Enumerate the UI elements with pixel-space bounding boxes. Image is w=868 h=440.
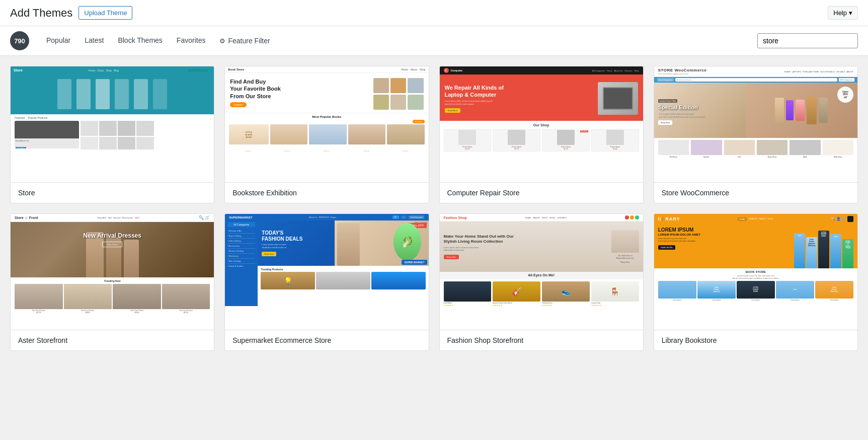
theme-name-library: Library Bookstore (654, 330, 857, 350)
theme-count-badge: 790 (10, 31, 29, 50)
theme-preview-fashion: Fashion Shop HOME PAGES SHOP BLOG CONTAC… (440, 214, 643, 330)
tab-latest[interactable]: Latest (77, 32, 111, 49)
theme-name-fashion: Fashion Shop Storefront (440, 330, 643, 350)
help-button[interactable]: Help ▾ (828, 6, 858, 20)
upload-theme-button[interactable]: Upload Theme (78, 6, 132, 20)
top-bar: Add Themes Upload Theme Help ▾ (0, 0, 868, 26)
theme-preview-woocommerce: STORE WooCommerce Your marvellous taglin… (654, 66, 857, 182)
themes-grid: Store HomeAboutShopBlog Featured Popula (0, 56, 868, 361)
theme-name-bookstore: Bookstore Exhibition (225, 182, 428, 203)
theme-card-aster[interactable]: Store 🛒 Front Shop All ▾ Tops Bottoms Ac… (10, 213, 214, 351)
help-label: Help (833, 9, 847, 17)
theme-card-computer[interactable]: C Computer All Categories Home About Us … (439, 66, 644, 203)
theme-card-library[interactable]: liBRARY HOME CATALOG PAGES SHOP 🔍 👤 🛒 (654, 213, 858, 351)
theme-preview-aster: Store 🛒 Front Shop All ▾ Tops Bottoms Ac… (11, 214, 214, 330)
theme-name-woocommerce: Store WooCommerce (654, 182, 857, 203)
theme-name-store: Store (11, 182, 214, 203)
tab-favorites[interactable]: Favorites (170, 32, 213, 49)
feature-filter-label: Feature Filter (228, 37, 270, 45)
search-box (757, 33, 858, 48)
theme-card-supermarket[interactable]: SUPERMARKET About Us SERVICES Pages 🔍 🐦 … (224, 213, 429, 351)
theme-preview-bookstore: Book Store Home About Shop Find And BuyY… (225, 66, 428, 182)
tab-block-themes[interactable]: Block Themes (111, 32, 169, 49)
theme-name-computer: Computer Repair Store (440, 182, 643, 203)
feature-filter[interactable]: ⚙ Feature Filter (212, 33, 277, 49)
theme-card-fashion[interactable]: Fashion Shop HOME PAGES SHOP BLOG CONTAC… (439, 213, 644, 351)
theme-card-woocommerce[interactable]: STORE WooCommerce Your marvellous taglin… (654, 66, 858, 203)
tab-popular[interactable]: Popular (39, 32, 77, 49)
page-title: Add Themes (10, 7, 72, 20)
gear-icon: ⚙ (219, 37, 225, 45)
theme-card-store[interactable]: Store HomeAboutShopBlog Featured Popula (10, 66, 214, 203)
filter-tabs: Popular Latest Block Themes Favorites (39, 32, 212, 49)
theme-name-aster: Aster Storefront (11, 330, 214, 350)
theme-preview-store: Store HomeAboutShopBlog Featured Popula (11, 66, 214, 182)
search-input[interactable] (757, 33, 858, 48)
theme-preview-library: liBRARY HOME CATALOG PAGES SHOP 🔍 👤 🛒 (654, 214, 857, 330)
theme-name-supermarket: Supermarket Ecommerce Store (225, 330, 428, 350)
top-bar-left: Add Themes Upload Theme (10, 6, 132, 20)
filter-bar: 790 Popular Latest Block Themes Favorite… (0, 26, 868, 56)
theme-preview-computer: C Computer All Categories Home About Us … (440, 66, 643, 182)
theme-preview-supermarket: SUPERMARKET About Us SERVICES Pages 🔍 🐦 … (225, 214, 428, 330)
theme-card-bookstore[interactable]: Book Store Home About Shop Find And BuyY… (224, 66, 429, 203)
chevron-down-icon: ▾ (849, 9, 852, 17)
